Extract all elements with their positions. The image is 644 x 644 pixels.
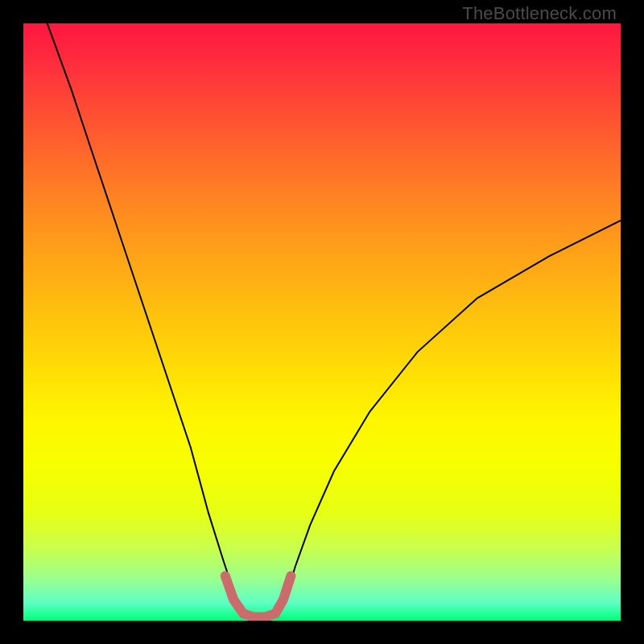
optimal-zone-marker: [225, 576, 291, 617]
bottleneck-curve: [47, 23, 621, 621]
chart-svg: [23, 23, 621, 621]
plot-area: [23, 23, 621, 621]
chart-frame: TheBottleneck.com: [0, 0, 644, 644]
watermark-text: TheBottleneck.com: [462, 3, 617, 24]
